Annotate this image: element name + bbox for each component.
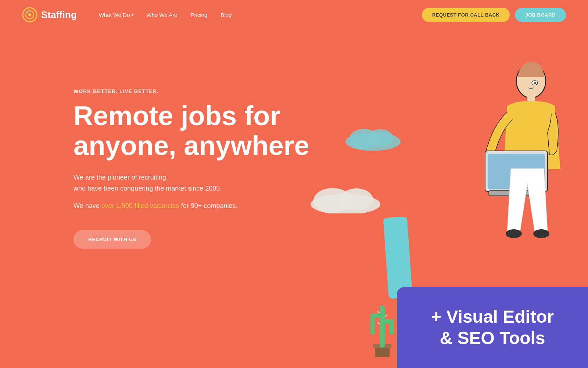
jobboard-button[interactable]: JOB BOARD [515,8,566,22]
svg-point-3 [26,11,28,13]
nav-what-we-do[interactable]: What We Do ▾ [99,12,133,18]
hero-description-2: We have over 1,500 filled vacancies for … [74,200,265,212]
cloud-top-icon [342,125,404,151]
svg-point-2 [28,13,31,16]
svg-point-12 [534,82,536,84]
logo-text: Staffing [41,9,77,21]
person-icon [463,52,570,280]
hero-section: WORK BETTER. LIVE BETTER. Remote jobs fo… [0,29,588,368]
chevron-down-icon: ▾ [132,13,133,17]
svg-point-17 [506,229,522,238]
svg-rect-22 [380,305,385,348]
visual-editor-badge: + Visual Editor & SEO Tools [397,287,588,368]
nav-buttons: REQUEST FOR CALL BACK JOB BOARD [422,8,566,22]
cactus-icon [364,283,401,357]
nav-blog[interactable]: Blog [220,12,232,18]
cloud-mid-icon [305,184,386,213]
nav-pricing[interactable]: Pricing [190,12,207,18]
svg-line-27 [377,311,380,313]
svg-point-9 [340,188,373,210]
recruit-button[interactable]: RECRUIT WITH US [74,230,151,249]
callback-button[interactable]: REQUEST FOR CALL BACK [422,8,510,22]
logo[interactable]: Staffing [22,7,77,22]
svg-rect-24 [370,314,383,318]
hero-title: Remote jobs for anyone, anywhere [74,101,309,161]
badge-text: + Visual Editor & SEO Tools [416,299,569,356]
hero-highlight: over 1,500 filled vacancies [101,202,179,209]
navbar: Staffing What We Do ▾ Who We Are Pricing… [0,0,588,29]
svg-line-28 [385,315,387,316]
svg-rect-26 [382,319,394,323]
hero-subtitle: WORK BETTER. LIVE BETTER. [74,88,309,94]
nav-links: What We Do ▾ Who We Are Pricing Blog [99,12,422,18]
hero-description-1: We are the pioneer of recruiting, who ha… [74,172,243,194]
svg-point-6 [368,129,393,147]
nav-who-we-are[interactable]: Who We Are [147,12,178,18]
svg-point-18 [533,229,549,238]
svg-line-29 [377,322,380,324]
hero-content: WORK BETTER. LIVE BETTER. Remote jobs fo… [74,88,309,249]
